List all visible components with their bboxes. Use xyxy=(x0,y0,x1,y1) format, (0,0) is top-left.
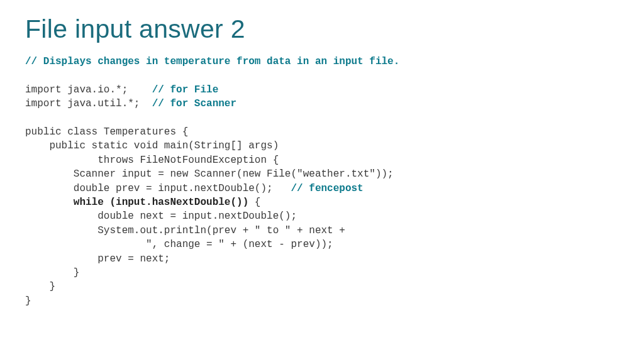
import-io: import java.io.*; xyxy=(25,84,152,96)
class-decl: public class Temperatures { xyxy=(25,126,188,138)
println-1: System.out.println(prev + " to " + next … xyxy=(25,225,345,236)
while-loop: while (input.hasNextDouble()) xyxy=(25,197,248,208)
while-brace: { xyxy=(248,197,260,208)
code-block: // Displays changes in temperature from … xyxy=(25,55,619,308)
main-decl: public static void main(String[] args) xyxy=(25,140,279,151)
close-while: } xyxy=(25,267,79,278)
close-main: } xyxy=(25,281,55,292)
import-util: import java.util.*; xyxy=(25,98,152,109)
scanner-init: Scanner input = new Scanner(new File("we… xyxy=(25,168,394,180)
next-decl: double next = input.nextDouble(); xyxy=(25,211,297,222)
comment-fencepost: // fencepost xyxy=(291,183,363,194)
slide-title: File input answer 2 xyxy=(25,15,619,43)
prev-assign: prev = next; xyxy=(25,253,170,265)
comment-file: // for File xyxy=(152,84,219,96)
println-2: ", change = " + (next - prev)); xyxy=(25,239,333,250)
throws-decl: throws FileNotFoundException { xyxy=(25,155,279,166)
slide: File input answer 2 // Displays changes … xyxy=(0,0,644,362)
comment-scanner: // for Scanner xyxy=(152,98,236,109)
comment-header: // Displays changes in temperature from … xyxy=(25,56,399,67)
prev-init: double prev = input.nextDouble(); xyxy=(25,183,291,194)
close-class: } xyxy=(25,295,31,307)
